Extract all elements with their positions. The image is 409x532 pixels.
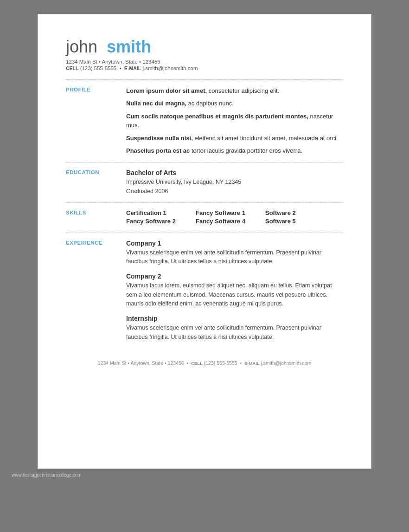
profile-para-5: Phasellus porta est ac tortor iaculis gr… <box>126 146 343 156</box>
footer-email-value: j.smith@johnsmith.com <box>261 360 312 366</box>
watermark-bar: www.heritagechristiancollege.com <box>9 473 400 478</box>
experience-content: Company 1 Vivamus scelerisque enim vel a… <box>126 240 343 342</box>
profile-content: Lorem ipsum dolor sit amet, consectetur … <box>126 86 343 156</box>
cell-value: (123) 555-5555 <box>80 65 117 71</box>
first-name: john <box>66 37 97 56</box>
edu-degree: Bachelor of Arts <box>126 169 343 176</box>
footer-cell-value: (123) 555-5555 <box>204 360 237 366</box>
resume-header: john smith 1234 Main St • Anytown, State… <box>66 38 343 71</box>
profile-label: PROFILE <box>66 86 126 156</box>
resume-document: john smith 1234 Main St • Anytown, State… <box>38 14 371 469</box>
company-1-name: Company 1 <box>126 240 343 247</box>
footer-cell-label: CELL <box>191 361 203 366</box>
education-content: Bachelor of Arts Impressive University, … <box>126 169 343 196</box>
skill-5: Fancy Software 4 <box>196 218 251 225</box>
experience-section: EXPERIENCE Company 1 Vivamus scelerisque… <box>66 240 343 342</box>
profile-para-2: Nulla nec dui magna, ac dapibus nunc. <box>126 99 343 108</box>
skills-row-2: Fancy Software 2 Fancy Software 4 Softwa… <box>126 218 343 225</box>
email-value: j.smith@johnsmith.com <box>142 65 198 71</box>
footer-email-label: E-MAIL <box>244 361 260 366</box>
experience-label: EXPERIENCE <box>66 240 126 342</box>
resume-footer: 1234 Main St • Anytown, State • 123456 •… <box>66 356 343 366</box>
last-name: smith <box>107 37 151 56</box>
profile-divider <box>66 162 343 162</box>
footer-address: 1234 Main St • Anytown, State • 123456 <box>98 360 184 366</box>
skills-divider <box>66 233 343 233</box>
company-2-desc: Vivamus lacus lorem, euismod sed aliquet… <box>126 281 343 308</box>
internship-name: Internship <box>126 315 343 322</box>
skills-row-1: Certification 1 Fancy Software 1 Softwar… <box>126 209 343 216</box>
profile-section: PROFILE Lorem ipsum dolor sit amet, cons… <box>66 86 343 156</box>
company-1-desc: Vivamus scelerisque enim vel ante sollic… <box>126 248 343 266</box>
profile-para-3: Cum sociis natoque penatibus et magnis d… <box>126 112 343 130</box>
skill-3: Software 2 <box>265 209 321 216</box>
edu-graduated: Graduated 2006 <box>126 187 343 196</box>
experience-entry-3: Internship Vivamus scelerisque enim vel … <box>126 315 343 342</box>
address-line: 1234 Main St • Anytown, State • 123456 <box>66 59 343 65</box>
education-label: EDUCATION <box>66 169 126 196</box>
experience-entry-2: Company 2 Vivamus lacus lorem, euismod s… <box>126 272 343 308</box>
company-2-name: Company 2 <box>126 272 343 280</box>
skill-1: Certification 1 <box>126 209 182 216</box>
skill-6: Software 5 <box>265 218 321 225</box>
profile-para-1: Lorem ipsum dolor sit amet, consectetur … <box>126 86 343 96</box>
skill-2: Fancy Software 1 <box>196 209 251 216</box>
education-divider <box>66 202 343 203</box>
cell-label: CELL <box>66 65 78 71</box>
skills-section: SKILLS Certification 1 Fancy Software 1 … <box>66 209 343 226</box>
name-heading: john smith <box>66 38 343 56</box>
education-section: EDUCATION Bachelor of Arts Impressive Un… <box>66 169 343 196</box>
skills-label: SKILLS <box>66 209 126 226</box>
experience-entry-1: Company 1 Vivamus scelerisque enim vel a… <box>126 240 343 266</box>
contact-line: CELL (123) 555-5555 • E-MAIL j.smith@joh… <box>66 65 343 71</box>
skill-4: Fancy Software 2 <box>126 218 182 225</box>
profile-para-4: Suspendisse nulla nisi, eleifend sit ame… <box>126 134 343 143</box>
watermark-text: www.heritagechristiancollege.com <box>12 473 82 478</box>
edu-university: Impressive University, Ivy League, NY 12… <box>126 177 343 187</box>
email-label: E-MAIL <box>124 65 141 71</box>
skills-content: Certification 1 Fancy Software 1 Softwar… <box>126 209 343 226</box>
internship-desc: Vivamus scelerisque enim vel ante sollic… <box>126 324 343 342</box>
header-divider <box>66 79 343 80</box>
